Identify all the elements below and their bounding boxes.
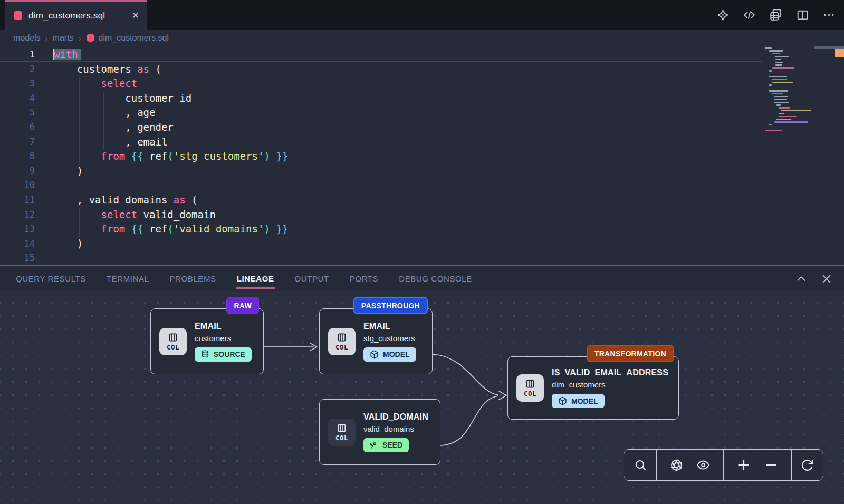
node-title: VALID_DOMAIN — [363, 412, 428, 422]
refresh-icon[interactable] — [801, 459, 814, 472]
columns-icon — [167, 332, 179, 343]
search-icon[interactable] — [634, 459, 647, 471]
panel-tab-query-results[interactable]: QUERY RESULTS — [16, 274, 86, 283]
zoom-in-icon[interactable] — [737, 458, 751, 472]
node-subtitle: dim_customers — [552, 380, 668, 389]
tab-bar: dim_customers.sql ✕ — [0, 0, 844, 30]
badge-label: MODEL — [571, 397, 598, 405]
badge-label: SEED — [382, 441, 402, 449]
code-line[interactable]: ) — [53, 164, 288, 179]
col-label: COL — [335, 434, 348, 442]
close-icon[interactable] — [821, 273, 832, 285]
code-line[interactable]: customers as ( — [53, 62, 288, 77]
code-line[interactable]: , email — [53, 135, 288, 150]
panel-tab-ports[interactable]: PORTS — [350, 274, 378, 283]
panel-tab-debug-console[interactable]: DEBUG CONSOLE — [399, 274, 472, 283]
panel-tab-problems[interactable]: PROBLEMS — [170, 274, 216, 283]
code-line[interactable]: ) — [53, 237, 288, 251]
breadcrumb: models›marts›dim_customers.sql — [0, 30, 844, 46]
editor-tab[interactable]: dim_customers.sql ✕ — [5, 0, 147, 30]
line-number: 1 — [0, 47, 35, 62]
node-subtitle: valid_domains — [363, 424, 428, 433]
node-type-badge: MODEL — [363, 347, 416, 362]
badge-label: MODEL — [383, 350, 410, 358]
code-line[interactable]: with — [53, 47, 288, 62]
lineage-canvas[interactable]: RAW COL EMAIL customers — [0, 291, 844, 504]
code-content[interactable]: with customers as ( select customer_id ,… — [53, 47, 288, 265]
panel-actions — [795, 273, 844, 285]
line-number: 4 — [0, 91, 35, 106]
code-line[interactable] — [53, 251, 288, 265]
line-number: 10 — [0, 178, 35, 193]
line-number: 7 — [0, 135, 35, 150]
node-subtitle: stg_customers — [363, 334, 416, 343]
code-line[interactable]: , valid_domains as ( — [53, 193, 288, 208]
chevron-up-icon[interactable] — [795, 273, 807, 285]
split-editor-icon[interactable] — [796, 8, 809, 22]
tab-title: dim_customers.sql — [28, 11, 105, 21]
cube-icon — [558, 396, 567, 405]
node-title: EMAIL — [195, 322, 252, 331]
code-line[interactable]: customer_id — [53, 91, 288, 106]
lineage-toolbar — [624, 449, 823, 481]
column-icon-box: COL — [159, 328, 187, 355]
lineage-node-valid_domains[interactable]: COL VALID_DOMAIN valid_domains — [319, 399, 440, 465]
column-icon-box: COL — [328, 419, 356, 446]
column-icon-box: COL — [516, 374, 544, 402]
line-number: 6 — [0, 120, 35, 135]
line-number: 14 — [0, 237, 35, 251]
lineage-node-customers[interactable]: RAW COL EMAIL customers — [150, 308, 264, 374]
minimap[interactable] — [765, 47, 833, 142]
line-number: 13 — [0, 222, 35, 237]
line-number-gutter: 123456789101112131415 — [0, 47, 35, 265]
eye-icon[interactable] — [696, 458, 710, 472]
copy-table-icon[interactable] — [769, 8, 783, 22]
line-number: 11 — [0, 193, 35, 208]
dbt-icon[interactable] — [716, 8, 730, 22]
more-icon[interactable] — [822, 8, 836, 22]
code-line[interactable]: , age — [53, 105, 288, 120]
columns-icon — [524, 379, 536, 389]
node-title: IS_VALID_EMAIL_ADDRESS — [552, 368, 668, 377]
cube-icon — [370, 350, 379, 359]
panel-tab-lineage[interactable]: LINEAGE — [237, 274, 274, 283]
breadcrumb-item-models[interactable]: models — [13, 33, 41, 43]
node-type-badge: SEED — [363, 438, 409, 452]
line-number: 8 — [0, 149, 35, 164]
database-icon — [13, 11, 23, 21]
line-number: 2 — [0, 62, 35, 77]
node-type-badge: SOURCE — [195, 347, 252, 362]
database-icon — [86, 34, 95, 43]
line-number: 3 — [0, 76, 35, 91]
bottom-panel-tabs: QUERY RESULTSTERMINALPROBLEMSLINEAGEOUTP… — [0, 265, 844, 291]
code-icon[interactable] — [743, 8, 756, 22]
node-tag-badge: PASSTHROUGH — [353, 297, 428, 314]
node-title: EMAIL — [363, 322, 416, 331]
columns-icon — [336, 332, 348, 343]
line-number: 15 — [0, 251, 35, 265]
node-tag-badge: RAW — [226, 297, 259, 314]
col-label: COL — [335, 343, 348, 351]
tab-close-icon[interactable]: ✕ — [132, 11, 139, 20]
col-label: COL — [524, 390, 536, 398]
lineage-node-dim_customers[interactable]: TRANSFORMATION COL IS_VALID_EMAIL_ADDRES… — [507, 356, 679, 420]
breadcrumb-item-marts[interactable]: marts — [53, 33, 74, 43]
code-line[interactable]: , gender — [53, 120, 288, 135]
editor-actions — [716, 0, 836, 30]
line-number: 5 — [0, 105, 35, 120]
zoom-out-icon[interactable] — [764, 458, 778, 472]
breadcrumb-item-dim_customers-sql[interactable]: dim_customers.sql — [86, 33, 169, 43]
columns-icon — [336, 423, 348, 433]
code-line[interactable]: from {{ ref('stg_customers') }} — [53, 149, 288, 164]
code-line[interactable]: select valid_domain — [53, 208, 288, 222]
node-type-badge: MODEL — [552, 394, 605, 408]
lineage-node-stg_customers[interactable]: PASSTHROUGH COL EMAIL stg_customers — [319, 308, 433, 374]
code-line[interactable]: from {{ ref('valid_domains') }} — [53, 222, 288, 237]
panel-tab-output[interactable]: OUTPUT — [295, 274, 329, 283]
code-line[interactable] — [53, 178, 288, 193]
code-editor[interactable]: 123456789101112131415 with customers as … — [0, 46, 844, 265]
aperture-icon[interactable] — [670, 459, 683, 472]
breadcrumb-separator: › — [45, 34, 48, 43]
code-line[interactable]: select — [53, 76, 288, 91]
panel-tab-terminal[interactable]: TERMINAL — [107, 274, 149, 283]
